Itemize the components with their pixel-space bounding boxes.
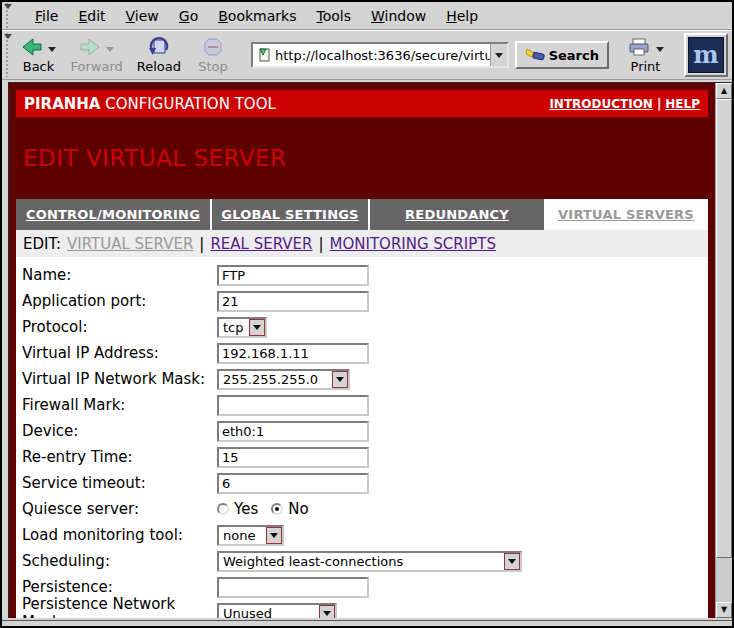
forward-dropdown-icon[interactable] <box>106 47 114 52</box>
quiesce-radio-group: Yes No <box>217 500 317 518</box>
printer-icon <box>627 37 651 57</box>
introduction-link[interactable]: INTRODUCTION <box>549 97 653 111</box>
form-row-persistence-netmask: Persistence Network Mask: Unused <box>16 600 708 618</box>
page-title: EDIT VIRTUAL SERVER <box>16 145 287 171</box>
page-heading-area: EDIT VIRTUAL SERVER <box>16 117 708 199</box>
protocol-select-value: tcp <box>219 319 249 336</box>
app-title: PIRANHA CONFIGURATION TOOL <box>24 95 276 113</box>
forward-button[interactable]: Forward <box>67 34 127 76</box>
chevron-down-icon <box>266 527 282 544</box>
bookmark-page-icon[interactable] <box>257 47 272 63</box>
url-bar <box>251 42 509 68</box>
search-button[interactable]: Search <box>515 41 609 69</box>
persistence-netmask-label: Persistence Network Mask: <box>22 595 217 618</box>
menu-file[interactable]: File <box>25 4 68 28</box>
form-row-load-monitoring: Load monitoring tool: none <box>16 522 708 548</box>
application-port-label: Application port: <box>22 292 217 310</box>
vertical-scrollbar: ▲ ▼ <box>715 83 732 618</box>
device-label: Device: <box>22 422 217 440</box>
menu-bookmarks[interactable]: Bookmarks <box>208 4 306 28</box>
reload-icon <box>148 36 170 58</box>
search-flashlight-icon <box>525 47 545 63</box>
quiesce-no-radio[interactable] <box>271 503 283 515</box>
service-timeout-input[interactable] <box>217 473 369 494</box>
scheduling-label: Scheduling: <box>22 552 217 570</box>
scheduling-select[interactable]: Weighted least-connections <box>217 551 522 572</box>
menu-go[interactable]: Go <box>169 4 208 28</box>
stop-button-label: Stop <box>198 59 228 75</box>
stop-icon <box>203 37 223 57</box>
chevron-down-icon <box>495 53 503 58</box>
browser-content-area: PIRANHA CONFIGURATION TOOL INTRODUCTION|… <box>8 82 732 618</box>
quiesce-yes-radio[interactable] <box>217 503 229 515</box>
subnav-virtual-server-link[interactable]: VIRTUAL SERVER <box>67 235 193 253</box>
tab-virtual-servers[interactable]: VIRTUAL SERVERS <box>544 199 708 230</box>
service-timeout-label: Service timeout: <box>22 474 217 492</box>
application-port-input[interactable] <box>217 291 369 312</box>
menu-window[interactable]: Window <box>361 4 436 28</box>
help-link[interactable]: HELP <box>665 97 700 111</box>
name-label: Name: <box>22 266 217 284</box>
edit-subnav: EDIT: VIRTUAL SERVER | REAL SERVER | MON… <box>16 230 708 257</box>
scroll-up-button[interactable]: ▲ <box>716 83 732 99</box>
toolbar-grippy[interactable] <box>4 3 13 28</box>
stop-button[interactable]: Stop <box>191 34 235 76</box>
menu-view[interactable]: View <box>116 4 169 28</box>
protocol-select[interactable]: tcp <box>217 317 267 338</box>
menu-edit[interactable]: Edit <box>68 4 115 28</box>
scroll-down-button[interactable]: ▼ <box>716 602 732 618</box>
scheduling-value: Weighted least-connections <box>219 553 504 570</box>
toolbar-grippy[interactable] <box>4 33 13 77</box>
device-input[interactable] <box>217 421 369 442</box>
back-dropdown-icon[interactable] <box>48 47 56 52</box>
reload-button[interactable]: Reload <box>133 34 185 76</box>
tab-global-settings[interactable]: GLOBAL SETTINGS <box>212 199 370 230</box>
app-title-bold: PIRANHA <box>24 95 100 113</box>
tab-redundancy[interactable]: REDUNDANCY <box>370 199 544 230</box>
load-monitoring-label: Load monitoring tool: <box>22 526 217 544</box>
quiesce-yes-label: Yes <box>234 500 258 518</box>
chevron-down-icon <box>504 553 520 570</box>
print-button[interactable]: Print <box>623 34 668 76</box>
protocol-label: Protocol: <box>22 318 217 336</box>
chevron-down-icon <box>332 371 348 388</box>
subnav-monitoring-scripts-link[interactable]: MONITORING SCRIPTS <box>330 235 496 253</box>
menu-tools[interactable]: Tools <box>306 4 361 28</box>
browser-window: File Edit View Go Bookmarks Tools Window… <box>0 0 734 628</box>
form-row-protocol: Protocol: tcp <box>16 314 708 340</box>
navigation-toolbar: Back Forward <box>2 30 732 80</box>
url-input[interactable] <box>275 48 490 63</box>
virtual-ip-input[interactable] <box>217 343 369 364</box>
back-button[interactable]: Back <box>17 34 61 76</box>
mozilla-logo-icon: m <box>688 37 724 73</box>
form-row-device: Device: <box>16 418 708 444</box>
virtual-ip-netmask-label: Virtual IP Network Mask: <box>22 370 217 388</box>
header-link-separator: | <box>657 97 661 111</box>
tab-bar: CONTROL/MONITORING GLOBAL SETTINGS REDUN… <box>16 199 708 230</box>
persistence-netmask-select[interactable]: Unused <box>217 603 337 619</box>
scrollbar-track[interactable] <box>716 558 732 602</box>
virtual-ip-netmask-value: 255.255.255.0 <box>219 371 332 388</box>
reentry-time-input[interactable] <box>217 447 369 468</box>
tab-control-monitoring[interactable]: CONTROL/MONITORING <box>16 199 212 230</box>
forward-arrow-icon <box>79 37 101 57</box>
back-arrow-icon <box>21 37 43 57</box>
chevron-down-icon <box>319 605 335 619</box>
scrollbar-thumb[interactable] <box>716 99 732 558</box>
load-monitoring-value: none <box>219 527 266 544</box>
menu-help[interactable]: Help <box>436 4 488 28</box>
name-input[interactable] <box>217 265 369 286</box>
subnav-prefix: EDIT: <box>23 235 61 253</box>
virtual-server-form: Name: Application port: Protocol: tcp <box>16 257 708 618</box>
print-dropdown-icon[interactable] <box>656 47 664 52</box>
virtual-ip-netmask-select[interactable]: 255.255.255.0 <box>217 369 350 390</box>
quiesce-no-label: No <box>288 500 308 518</box>
mozilla-throbber[interactable]: m <box>684 33 728 77</box>
back-button-label: Back <box>23 59 55 75</box>
persistence-input[interactable] <box>217 577 369 598</box>
subnav-real-server-link[interactable]: REAL SERVER <box>210 235 312 253</box>
subnav-separator: | <box>199 235 204 253</box>
load-monitoring-select[interactable]: none <box>217 525 284 546</box>
url-history-dropdown[interactable] <box>490 44 507 66</box>
firewall-mark-input[interactable] <box>217 395 369 416</box>
